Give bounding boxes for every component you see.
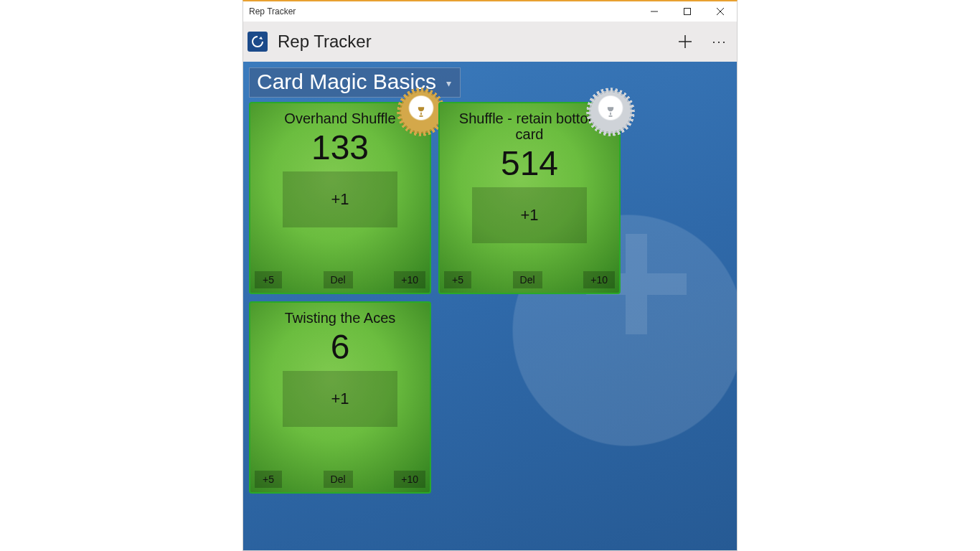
rep-card[interactable]: Shuffle - retain bottom card 514 +1 +5 D…: [438, 102, 621, 294]
maximize-icon: [684, 8, 691, 15]
window-titlebar: Rep Tracker: [243, 1, 737, 22]
app-window: Rep Tracker Rep Tracker ··· C: [242, 0, 738, 551]
card-count: 133: [311, 128, 369, 167]
app-name: Rep Tracker: [278, 32, 372, 52]
minimize-icon: [651, 8, 658, 15]
rep-card[interactable]: Overhand Shuffle 133 +1 +5 Del +10: [249, 102, 431, 294]
window-title: Rep Tracker: [243, 6, 296, 17]
plus-one-button[interactable]: +1: [283, 171, 397, 227]
plus-one-button[interactable]: +1: [283, 371, 397, 427]
card-count: 6: [331, 327, 350, 367]
plus-five-button[interactable]: +5: [255, 471, 282, 488]
delete-button[interactable]: Del: [513, 271, 542, 288]
card-title: Overhand Shuffle: [277, 110, 402, 126]
card-title: Twisting the Aces: [278, 310, 403, 326]
svg-rect-1: [684, 9, 691, 15]
plus-one-button[interactable]: +1: [472, 187, 587, 243]
card-action-row: +5 Del +10: [255, 471, 425, 488]
add-button[interactable]: [668, 24, 702, 59]
plus-ten-button[interactable]: +10: [583, 271, 615, 288]
delete-button[interactable]: Del: [324, 271, 353, 288]
ellipsis-icon: ···: [712, 34, 727, 50]
card-count: 514: [501, 143, 558, 183]
achievement-badge-gold: [401, 92, 441, 132]
content-area: Card Magic Basics ▾ Overhand Shuffle 133…: [243, 62, 737, 550]
close-button[interactable]: [704, 1, 737, 22]
app-toolbar: Rep Tracker ···: [243, 22, 737, 62]
plus-five-button[interactable]: +5: [444, 271, 471, 288]
plus-five-button[interactable]: +5: [255, 271, 282, 288]
chevron-down-icon: ▾: [446, 77, 451, 89]
card-grid: Overhand Shuffle 133 +1 +5 Del +10 Shuff…: [249, 102, 731, 494]
app-logo: [248, 32, 268, 52]
plus-icon: [678, 34, 692, 49]
plus-ten-button[interactable]: +10: [394, 471, 425, 488]
minimize-button[interactable]: [638, 1, 671, 22]
delete-button[interactable]: Del: [324, 471, 353, 488]
more-button[interactable]: ···: [702, 24, 737, 59]
card-action-row: +5 Del +10: [444, 271, 615, 288]
maximize-button[interactable]: [671, 1, 704, 22]
card-action-row: +5 Del +10: [255, 271, 425, 288]
close-icon: [717, 8, 724, 15]
refresh-icon: [250, 34, 265, 49]
plus-ten-button[interactable]: +10: [394, 271, 425, 288]
achievement-badge-silver: [590, 92, 631, 132]
rep-card[interactable]: Twisting the Aces 6 +1 +5 Del +10: [249, 301, 431, 494]
